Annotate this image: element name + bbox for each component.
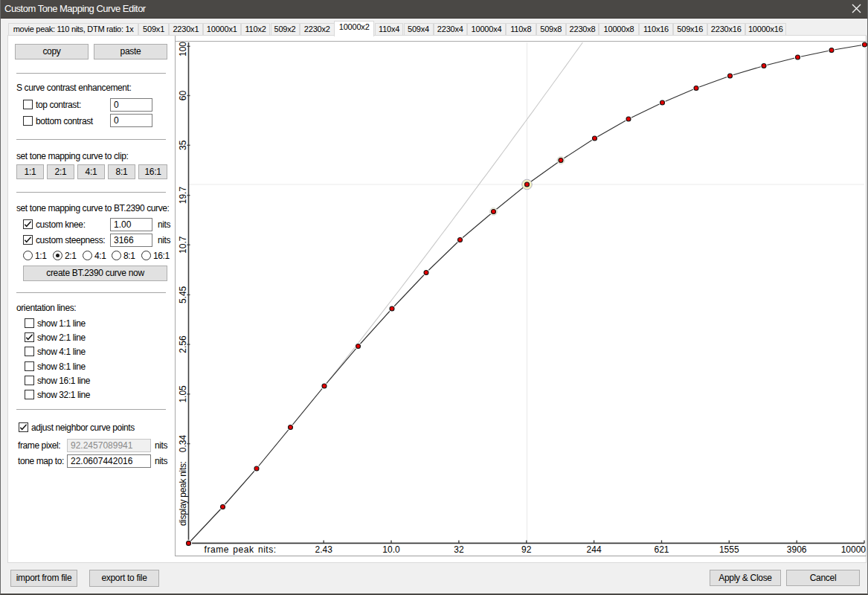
svg-text:60: 60 bbox=[178, 91, 188, 101]
svg-text:621: 621 bbox=[654, 544, 669, 555]
svg-text:10.7: 10.7 bbox=[178, 236, 188, 254]
svg-text:10000: 10000 bbox=[841, 544, 867, 555]
svg-text:display peak nits:: display peak nits: bbox=[178, 461, 188, 526]
svg-text:5.45: 5.45 bbox=[178, 286, 188, 303]
svg-text:3906: 3906 bbox=[787, 544, 807, 555]
svg-text:0.34: 0.34 bbox=[178, 435, 188, 453]
svg-text:1.05: 1.05 bbox=[178, 385, 188, 403]
svg-text:35: 35 bbox=[178, 140, 188, 150]
svg-text:244: 244 bbox=[587, 544, 602, 555]
svg-text:2.43: 2.43 bbox=[315, 544, 333, 555]
svg-text:19.7: 19.7 bbox=[178, 187, 188, 205]
svg-text:10.0: 10.0 bbox=[382, 544, 400, 555]
svg-text:100: 100 bbox=[178, 42, 188, 57]
svg-text:frame peak nits:: frame peak nits: bbox=[205, 544, 277, 555]
svg-text:2.56: 2.56 bbox=[178, 335, 188, 353]
svg-text:92: 92 bbox=[521, 544, 532, 555]
svg-text:32: 32 bbox=[454, 544, 464, 555]
svg-text:1555: 1555 bbox=[719, 544, 739, 555]
